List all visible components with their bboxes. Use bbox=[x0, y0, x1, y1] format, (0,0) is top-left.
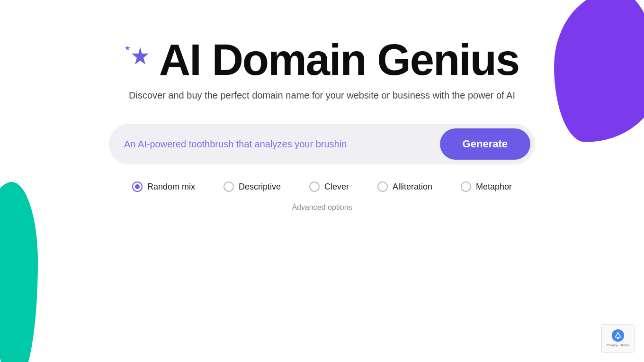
radio-option-clever[interactable]: Clever bbox=[309, 181, 349, 192]
recaptcha-badge: Privacy - Terms bbox=[601, 324, 635, 353]
search-input[interactable] bbox=[124, 139, 440, 150]
advanced-options-link[interactable]: Advanced options bbox=[292, 203, 352, 212]
radio-circle-descriptive bbox=[224, 181, 234, 192]
subtitle: Discover and buy the perfect domain name… bbox=[129, 90, 515, 101]
radio-option-alliteration[interactable]: Alliteration bbox=[377, 181, 432, 192]
radio-circle-alliteration bbox=[377, 181, 388, 192]
radio-label-random-mix: Random mix bbox=[147, 182, 195, 192]
svg-point-1 bbox=[617, 337, 619, 339]
recaptcha-icon bbox=[611, 329, 625, 342]
page-title: AI Domain Genius bbox=[159, 38, 519, 81]
radio-label-descriptive: Descriptive bbox=[239, 182, 281, 192]
radio-option-descriptive[interactable]: Descriptive bbox=[224, 181, 281, 192]
radio-option-random-mix[interactable]: Random mix bbox=[132, 181, 195, 192]
radio-label-clever: Clever bbox=[324, 182, 349, 192]
recaptcha-text: Privacy - Terms bbox=[607, 343, 629, 347]
radio-label-metaphor: Metaphor bbox=[476, 182, 512, 192]
generate-button[interactable]: Generate bbox=[440, 128, 530, 160]
radio-option-metaphor[interactable]: Metaphor bbox=[461, 181, 512, 192]
radio-circle-metaphor bbox=[461, 181, 471, 192]
radio-circle-random-mix bbox=[132, 181, 143, 192]
search-bar: Generate bbox=[109, 124, 535, 164]
title-row: AI Domain Genius bbox=[125, 38, 519, 81]
sparkle-icon bbox=[125, 43, 153, 76]
radio-group: Random mix Descriptive Clever Alliterati… bbox=[132, 181, 512, 192]
main-content: AI Domain Genius Discover and buy the pe… bbox=[0, 0, 644, 212]
radio-circle-clever bbox=[309, 181, 320, 192]
radio-label-alliteration: Alliteration bbox=[393, 182, 432, 192]
